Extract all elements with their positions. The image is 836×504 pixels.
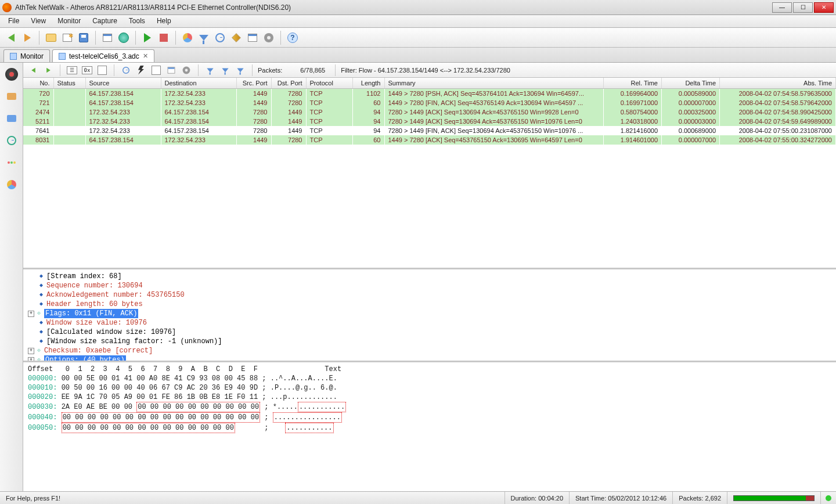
tool-gear[interactable] [180,64,193,77]
grid-icon [152,66,161,75]
table-row[interactable]: 72164.157.238.154172.32.54.23314497280TC… [23,98,836,107]
arrow-left-icon [31,67,35,72]
col-rel[interactable]: Rel. Time [604,78,662,89]
stop-capture-button[interactable] [156,30,171,45]
minimize-button[interactable]: — [772,2,792,13]
col-srcport[interactable]: Src. Port [236,78,271,89]
tree-ack[interactable]: ◆Acknowledgement number: 453765150 [28,290,831,300]
tool-grid2[interactable] [150,64,163,77]
table-row[interactable]: 7641172.32.54.23364.157.238.15472801449T… [23,126,836,135]
col-status[interactable]: Status [53,78,85,89]
col-summary[interactable]: Summary [384,78,604,89]
sidebar-dots[interactable] [3,154,20,171]
sidebar-pie[interactable] [3,177,20,193]
nav-fwd[interactable] [42,64,55,77]
maximize-button[interactable]: ☐ [793,2,813,13]
table-row[interactable]: 803164.157.238.154172.32.54.23314497280T… [23,135,836,145]
pie-icon [7,180,16,189]
record-icon [5,68,18,81]
list-button[interactable] [100,30,115,45]
open-button[interactable] [44,30,59,45]
tool-clock[interactable] [120,64,132,77]
globe-button[interactable] [116,30,131,45]
close-button[interactable]: ✕ [814,2,834,13]
tree-stream-index[interactable]: ◆[Stream index: 68] [28,272,831,281]
tree-flags[interactable]: +⟐Flags: 0x11 (FIN, ACK) [28,309,831,318]
settings-button[interactable] [261,30,276,45]
menu-capture[interactable]: Capture [87,15,123,27]
tree-seq[interactable]: ◆Sequence number: 130694 [28,281,831,290]
tree-calc-win[interactable]: ◆[Calculated window size: 10976] [28,327,831,337]
arrow-right-icon [24,34,31,42]
status-progress [727,492,821,504]
table-row[interactable]: 2474172.32.54.23364.157.238.15472801449T… [23,107,836,117]
packet-list-header[interactable]: No. Status Source Destination Src. Port … [23,78,836,89]
col-dest[interactable]: Destination [161,78,236,89]
col-delta[interactable]: Delta Time [662,78,720,89]
sidebar-orange[interactable] [3,88,20,105]
stop-icon [160,34,168,42]
table-row[interactable]: 5211172.32.54.23364.157.238.15472801449T… [23,117,836,126]
packet-toolbar: ☰ 0x Packets: 6/78,865 Filter: Flow - 64… [23,63,836,78]
new-file-icon [63,34,72,42]
hex-dump[interactable]: Offset 0 1 2 3 4 5 6 7 8 9 A B C D E F T… [23,362,836,491]
menu-help[interactable]: Help [151,15,177,27]
sidebar-capture[interactable] [3,66,20,82]
sidebar-blue[interactable] [3,110,20,127]
packet-detail-tree[interactable]: ◆[Stream index: 68] ◆Sequence number: 13… [23,269,836,362]
viewmode-1[interactable]: ☰ [66,64,78,77]
status-packets: Packets: 2,692 [673,492,727,504]
filter-2[interactable] [219,64,232,77]
tree-header-len[interactable]: ◆Header length: 60 bytes [28,300,831,309]
col-no[interactable]: No. [23,78,53,89]
nav-back[interactable] [27,64,39,77]
col-proto[interactable]: Protocol [306,78,352,89]
expand-icon[interactable]: + [28,311,34,317]
menu-view[interactable]: View [25,15,52,27]
tool-layers[interactable] [165,64,178,77]
tool-bolt[interactable] [135,64,147,77]
funnel-icon [222,68,228,72]
status-start: Start Time: 05/02/2012 10:12:46 [570,492,673,504]
status-bar: For Help, press F1! Duration: 00:04:20 S… [0,491,836,504]
save-button[interactable] [76,30,91,45]
orange-icon [7,93,16,100]
start-capture-button[interactable] [140,30,155,45]
filter-button[interactable] [196,30,211,45]
filter-1[interactable] [204,64,217,77]
save-icon [79,33,88,42]
expand-icon[interactable]: + [28,357,34,363]
col-dstport[interactable]: Dst. Port [271,78,306,89]
clock-button[interactable] [212,30,228,45]
table-row[interactable]: 72064.157.238.154172.32.54.23314497280TC… [23,89,836,99]
viewmode-grid[interactable] [96,64,109,77]
packet-list[interactable]: No. Status Source Destination Src. Port … [23,78,836,269]
col-source[interactable]: Source [85,78,161,89]
tree-checksum[interactable]: +⟐Checksum: 0xaebe [correct] [28,346,831,355]
viewmode-hex[interactable]: 0x [81,64,93,77]
filter-3[interactable] [234,64,247,77]
forward-button[interactable] [20,30,35,45]
col-abs[interactable]: Abs. Time [720,78,836,89]
expand-icon[interactable]: + [28,348,34,354]
menu-file[interactable]: File [2,15,25,27]
back-button[interactable] [3,30,19,45]
window-button[interactable] [245,30,260,45]
menu-monitor[interactable]: Monitor [52,15,87,27]
tab-file[interactable]: test-telcelCelis6_3.adc ✕ [52,49,154,62]
nodes-icon [8,161,16,164]
cube-button[interactable] [229,30,244,45]
tab-close-button[interactable]: ✕ [143,52,148,60]
sidebar-search[interactable] [3,132,20,149]
col-len[interactable]: Length [352,78,384,89]
new-button[interactable] [60,30,75,45]
help-button[interactable]: ? [285,30,300,45]
tree-options[interactable]: +⟐Options: (40 bytes) [28,355,831,362]
tab-monitor[interactable]: Monitor [3,49,50,62]
tree-scale[interactable]: ◆[Window size scaling factor: -1 (unknow… [28,337,831,346]
tree-win[interactable]: ◆Window size value: 10976 [28,318,831,327]
menu-bar: File View Monitor Capture Tools Help [0,15,836,28]
menu-tools[interactable]: Tools [123,15,151,27]
stats-button[interactable] [180,30,195,45]
bolt-icon [138,66,144,75]
